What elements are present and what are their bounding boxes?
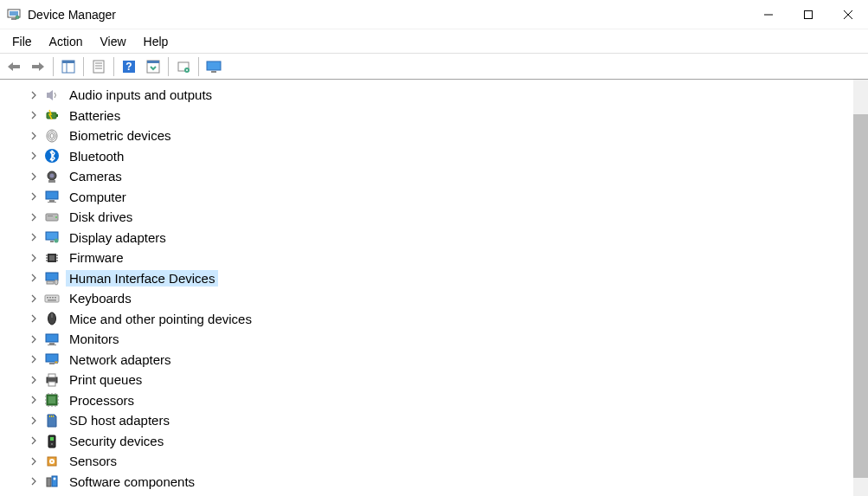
chip-icon — [43, 249, 61, 267]
tree-item-label: Software components — [66, 473, 198, 490]
tree-item[interactable]: Processors — [0, 390, 866, 411]
menu-file[interactable]: File — [3, 31, 41, 52]
tree-item[interactable]: Security devices — [0, 431, 866, 452]
chevron-right-icon[interactable] — [28, 355, 40, 364]
network-icon — [43, 351, 61, 368]
tree-item[interactable]: Human Interface Devices — [0, 268, 866, 289]
svg-rect-23 — [207, 61, 221, 70]
toolbar-properties-button[interactable] — [88, 56, 109, 77]
chevron-right-icon[interactable] — [28, 192, 40, 201]
svg-point-38 — [55, 216, 57, 218]
maximize-button[interactable] — [788, 0, 828, 29]
tree-item[interactable]: Disk drives — [0, 207, 866, 228]
toolbar-help-button[interactable]: ? — [119, 56, 139, 77]
svg-rect-54 — [45, 295, 59, 302]
chevron-right-icon[interactable] — [28, 294, 40, 303]
tree-item-label: Bluetooth — [66, 148, 127, 164]
window-controls — [749, 0, 868, 29]
toolbar-scan-hardware-button[interactable] — [203, 56, 224, 77]
tree-item[interactable]: Cameras — [0, 166, 866, 187]
printer-icon — [43, 371, 61, 389]
svg-rect-36 — [48, 202, 56, 203]
battery-icon — [43, 106, 61, 124]
tree-item-label: Network adapters — [66, 351, 175, 368]
fingerprint-icon — [43, 127, 61, 145]
tree-item-label: Disk drives — [66, 209, 136, 225]
speaker-icon — [43, 87, 61, 104]
sdcard-icon — [43, 412, 61, 429]
svg-rect-9 — [32, 65, 40, 68]
tree-item[interactable]: Firmware — [0, 248, 866, 268]
svg-rect-35 — [49, 200, 55, 202]
chevron-right-icon[interactable] — [28, 213, 40, 222]
minimize-button[interactable] — [749, 0, 788, 29]
menu-help[interactable]: Help — [135, 31, 177, 52]
chevron-right-icon[interactable] — [28, 376, 40, 384]
svg-rect-24 — [211, 71, 216, 73]
tree-item-label: Computer — [66, 189, 130, 205]
keyboard-icon — [43, 290, 61, 307]
svg-point-32 — [50, 173, 55, 177]
svg-rect-73 — [48, 396, 55, 403]
chevron-right-icon[interactable] — [28, 457, 40, 466]
chevron-right-icon[interactable] — [28, 396, 40, 404]
menu-view[interactable]: View — [91, 31, 134, 52]
svg-rect-34 — [46, 191, 58, 199]
tree-item[interactable]: Print queues — [0, 370, 866, 390]
chevron-right-icon[interactable] — [28, 233, 40, 242]
toolbar-update-driver-button[interactable] — [143, 56, 164, 77]
svg-rect-95 — [47, 478, 51, 486]
chevron-right-icon[interactable] — [28, 132, 40, 140]
app-icon — [7, 8, 21, 22]
monitor-icon — [43, 188, 61, 205]
monitor-icon — [43, 331, 61, 348]
tree-item[interactable]: Mice and other pointing devices — [0, 309, 866, 330]
tree-item[interactable]: Batteries — [0, 106, 866, 126]
tree-item[interactable]: Monitors — [0, 329, 866, 350]
chevron-right-icon[interactable] — [28, 436, 40, 445]
chevron-right-icon[interactable] — [28, 151, 40, 160]
security-icon — [43, 432, 61, 449]
svg-text:?: ? — [125, 61, 132, 73]
tree-item-label: Print queues — [66, 371, 145, 388]
tree-item[interactable]: Keyboards — [0, 288, 866, 309]
chevron-right-icon[interactable] — [28, 335, 40, 344]
tree-item[interactable]: SD host adapters — [0, 410, 866, 431]
menu-bar: File Action View Help — [0, 29, 868, 54]
toolbar-uninstall-button[interactable] — [173, 56, 194, 77]
tree-item-label: Sensors — [66, 453, 120, 469]
tree-item-label: Batteries — [66, 107, 124, 124]
tree-item[interactable]: Display adapters — [0, 228, 866, 248]
tree-item-label: Processors — [66, 392, 138, 409]
chevron-right-icon[interactable] — [28, 172, 40, 181]
svg-point-97 — [54, 478, 56, 480]
tree-item[interactable]: Software components — [0, 472, 866, 493]
chevron-right-icon[interactable] — [28, 254, 40, 262]
toolbar-forward-button[interactable] — [28, 56, 48, 77]
device-tree[interactable]: Audio inputs and outputsBatteriesBiometr… — [0, 85, 866, 492]
toolbar-show-hide-button[interactable] — [58, 56, 79, 77]
chevron-right-icon[interactable] — [28, 416, 40, 425]
chevron-right-icon[interactable] — [28, 91, 40, 100]
tree-item[interactable]: Bluetooth — [0, 146, 866, 167]
svg-rect-13 — [93, 61, 104, 73]
svg-rect-5 — [805, 11, 813, 19]
menu-action[interactable]: Action — [41, 31, 92, 52]
toolbar-back-button[interactable] — [3, 56, 24, 77]
tree-item[interactable]: Audio inputs and outputs — [0, 85, 866, 106]
svg-rect-58 — [55, 297, 56, 299]
chevron-right-icon[interactable] — [28, 477, 40, 486]
close-button[interactable] — [828, 0, 868, 29]
scrollbar-thumb[interactable] — [853, 114, 868, 478]
tree-item[interactable]: Biometric devices — [0, 126, 866, 146]
scrollbar-track[interactable] — [853, 80, 868, 496]
tree-item-label: Security devices — [66, 433, 167, 449]
tree-item[interactable]: Computer — [0, 187, 866, 208]
toolbar-divider — [113, 57, 114, 76]
tree-item[interactable]: Network adapters — [0, 350, 866, 370]
chevron-right-icon[interactable] — [28, 314, 40, 323]
svg-rect-2 — [11, 18, 16, 20]
chevron-right-icon[interactable] — [28, 274, 40, 282]
chevron-right-icon[interactable] — [28, 111, 40, 119]
tree-item[interactable]: Sensors — [0, 451, 866, 472]
